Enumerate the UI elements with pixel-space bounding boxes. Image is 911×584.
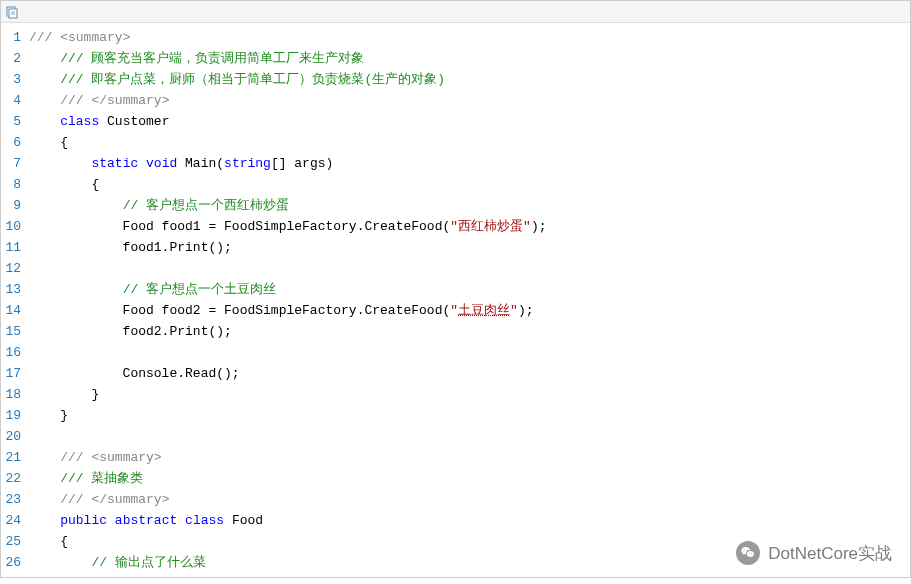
code-token: Console.Read();: [29, 366, 240, 381]
code-token: </summary>: [91, 492, 169, 507]
code-token: [29, 198, 123, 213]
code-body: 1234567891011121314151617181920212223242…: [1, 23, 910, 577]
line-number: 18: [5, 384, 21, 405]
code-token: /// 顾客充当客户端，负责调用简单工厂来生产对象: [60, 51, 364, 66]
code-token: food1.Print();: [29, 240, 232, 255]
code-line: // 客户想点一个西红柿炒蛋: [29, 195, 910, 216]
code-token: abstract: [115, 513, 177, 528]
line-number: 1: [5, 27, 21, 48]
line-number: 9: [5, 195, 21, 216]
code-line: class Customer: [29, 111, 910, 132]
code-token: Customer: [99, 114, 169, 129]
code-line: }: [29, 405, 910, 426]
line-number: 8: [5, 174, 21, 195]
code-token: ": [510, 303, 518, 318]
line-number: 25: [5, 531, 21, 552]
code-line: {: [29, 132, 910, 153]
code-line: // 客户想点一个土豆肉丝: [29, 279, 910, 300]
line-number: 11: [5, 237, 21, 258]
code-token: [29, 450, 60, 465]
code-token: [29, 156, 91, 171]
code-token: /// 即客户点菜，厨师（相当于简单工厂）负责烧菜(生产的对象): [60, 72, 445, 87]
code-token: }: [29, 387, 99, 402]
code-lines: /// <summary> /// 顾客充当客户端，负责调用简单工厂来生产对象 …: [29, 23, 910, 577]
code-line: /// <summary>: [29, 447, 910, 468]
line-number: 5: [5, 111, 21, 132]
code-token: // 客户想点一个西红柿炒蛋: [123, 198, 289, 213]
code-token: ///: [29, 30, 60, 45]
code-token: Food: [224, 513, 263, 528]
code-line: /// </summary>: [29, 90, 910, 111]
code-token: Food food2 = FoodSimpleFactory.CreateFoo…: [29, 303, 450, 318]
copy-icon[interactable]: [5, 5, 19, 19]
code-token: [29, 72, 60, 87]
line-number: 26: [5, 552, 21, 573]
code-line: /// <summary>: [29, 27, 910, 48]
code-line: /// 即客户点菜，厨师（相当于简单工厂）负责烧菜(生产的对象): [29, 69, 910, 90]
code-token: Main(: [177, 156, 224, 171]
line-number: 4: [5, 90, 21, 111]
line-number: 6: [5, 132, 21, 153]
code-line: food1.Print();: [29, 237, 910, 258]
code-line: static void Main(string[] args): [29, 153, 910, 174]
wechat-icon: [736, 541, 760, 565]
code-token: <summary>: [60, 30, 130, 45]
code-token: [] args): [271, 156, 333, 171]
code-token: </summary>: [91, 93, 169, 108]
code-line: /// 顾客充当客户端，负责调用简单工厂来生产对象: [29, 48, 910, 69]
code-line: Console.Read();: [29, 363, 910, 384]
code-token: [29, 555, 91, 570]
line-number: 22: [5, 468, 21, 489]
code-line: Food food2 = FoodSimpleFactory.CreateFoo…: [29, 300, 910, 321]
code-token: [29, 114, 60, 129]
code-token: ///: [60, 492, 91, 507]
code-token: <summary>: [91, 450, 161, 465]
code-token: /// 菜抽象类: [60, 471, 143, 486]
code-token: string: [224, 156, 271, 171]
code-token: void: [146, 156, 177, 171]
line-number: 12: [5, 258, 21, 279]
code-token: static: [91, 156, 138, 171]
code-token: [29, 492, 60, 507]
code-token: [138, 156, 146, 171]
code-line: [29, 342, 910, 363]
code-token: [107, 513, 115, 528]
code-token: ///: [60, 93, 91, 108]
code-token: class: [60, 114, 99, 129]
code-token: public: [60, 513, 107, 528]
code-line: /// 菜抽象类: [29, 468, 910, 489]
line-number: 13: [5, 279, 21, 300]
svg-rect-1: [9, 9, 17, 18]
line-number-gutter: 1234567891011121314151617181920212223242…: [1, 23, 29, 577]
line-number: 2: [5, 48, 21, 69]
line-number: 15: [5, 321, 21, 342]
code-token: [29, 51, 60, 66]
code-line: [29, 426, 910, 447]
code-token: 土豆肉丝: [458, 303, 510, 318]
code-block: 1234567891011121314151617181920212223242…: [0, 0, 911, 578]
code-line: [29, 258, 910, 279]
code-token: [29, 513, 60, 528]
watermark-text: DotNetCore实战: [768, 542, 892, 565]
code-token: );: [518, 303, 534, 318]
line-number: 16: [5, 342, 21, 363]
code-line: {: [29, 174, 910, 195]
code-token: ///: [60, 450, 91, 465]
line-number: 3: [5, 69, 21, 90]
code-token: ": [450, 303, 458, 318]
code-token: {: [29, 177, 99, 192]
code-line: }: [29, 384, 910, 405]
code-line: public abstract class Food: [29, 510, 910, 531]
line-number: 7: [5, 153, 21, 174]
code-token: [177, 513, 185, 528]
code-token: ": [450, 219, 458, 234]
code-token: {: [29, 135, 68, 150]
line-number: 23: [5, 489, 21, 510]
code-token: 西红柿炒蛋: [458, 219, 523, 234]
code-token: [29, 282, 123, 297]
code-token: food2.Print();: [29, 324, 232, 339]
code-token: // 客户想点一个土豆肉丝: [123, 282, 276, 297]
code-line: /// </summary>: [29, 489, 910, 510]
code-token: }: [29, 408, 68, 423]
code-line: Food food1 = FoodSimpleFactory.CreateFoo…: [29, 216, 910, 237]
